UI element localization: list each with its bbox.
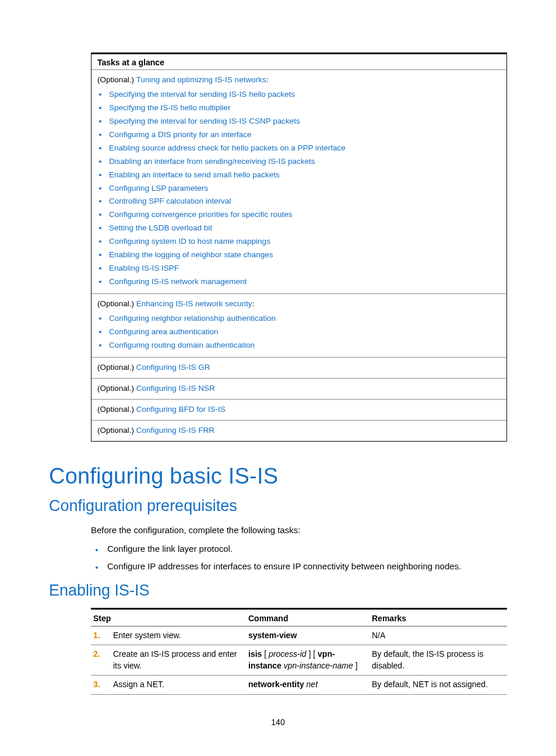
tasks-section-security: (Optional.) Enhancing IS-IS network secu… bbox=[92, 294, 506, 358]
remarks-text: By default, NET is not assigned. bbox=[370, 676, 507, 695]
colon: : bbox=[252, 299, 255, 308]
heading-enabling-isis: Enabling IS-IS bbox=[49, 582, 507, 600]
list-item: Configure the link layer protocol. bbox=[104, 542, 507, 556]
step-number: 3. bbox=[91, 676, 111, 695]
prereq-list: Configure the link layer protocol.Config… bbox=[104, 542, 507, 573]
list-item: Configuring convergence priorities for s… bbox=[108, 208, 501, 222]
step-number: 2. bbox=[91, 645, 111, 676]
list-item: Enabling the logging of neighbor state c… bbox=[108, 249, 501, 262]
page-number: 140 bbox=[0, 718, 556, 727]
prereq-body: Before the configuration, complete the f… bbox=[91, 523, 507, 573]
list-item: Enabling an interface to send small hell… bbox=[108, 169, 501, 182]
task-link[interactable]: Configuring IS-IS GR bbox=[136, 363, 210, 372]
tasks-section-single: (Optional.) Configuring IS-IS GR bbox=[92, 358, 506, 379]
list-item: Specifying the interval for sending IS-I… bbox=[108, 115, 501, 128]
tasks-section-single: (Optional.) Configuring BFD for IS-IS bbox=[92, 400, 506, 421]
prereq-intro: Before the configuration, complete the f… bbox=[91, 523, 507, 537]
optional-label: (Optional.) bbox=[97, 426, 136, 435]
list-item: Configuring routing domain authenticatio… bbox=[108, 339, 501, 352]
command-text: system-view bbox=[246, 626, 370, 645]
task-link[interactable]: Specifying the interval for sending IS-I… bbox=[109, 90, 295, 99]
table-row: 2.Create an IS-IS process and enter its … bbox=[91, 645, 507, 676]
list-item: Setting the LSDB overload bit bbox=[108, 222, 501, 235]
tasks-section-single: (Optional.) Configuring IS-IS NSR bbox=[92, 379, 506, 400]
list-item: Disabling an interface from sending/rece… bbox=[108, 155, 501, 169]
task-link[interactable]: Configuring neighbor relationship authen… bbox=[109, 314, 276, 323]
step-text: Enter system view. bbox=[111, 626, 246, 645]
table-row: 1.Enter system view.system-viewN/A bbox=[91, 626, 507, 645]
tuning-links-list: Specifying the interval for sending IS-I… bbox=[108, 88, 501, 289]
optional-label: (Optional.) bbox=[97, 75, 136, 84]
step-text: Create an IS-IS process and enter its vi… bbox=[111, 645, 246, 676]
list-item: Configuring system ID to host name mappi… bbox=[108, 235, 501, 249]
task-link[interactable]: Configuring IS-IS network management bbox=[109, 277, 247, 286]
optional-label: (Optional.) bbox=[97, 363, 136, 372]
list-item: Specifying the interval for sending IS-I… bbox=[108, 88, 501, 102]
task-link[interactable]: Configuring convergence priorities for s… bbox=[109, 210, 292, 219]
task-link[interactable]: Specifying the IS-IS hello multiplier bbox=[109, 103, 231, 112]
task-link[interactable]: Specifying the interval for sending IS-I… bbox=[109, 117, 300, 125]
task-link[interactable]: Configuring LSP parameters bbox=[109, 184, 208, 192]
list-item: Configure IP addresses for interfaces to… bbox=[104, 559, 507, 573]
col-command: Command bbox=[246, 608, 370, 626]
task-link[interactable]: Configuring BFD for IS-IS bbox=[136, 405, 226, 414]
command-text: isis [ process-id ] [ vpn-instance vpn-i… bbox=[246, 645, 370, 676]
task-link[interactable]: Configuring a DIS priority for an interf… bbox=[109, 130, 252, 139]
col-remarks: Remarks bbox=[370, 608, 507, 626]
link-enhancing-security[interactable]: Enhancing IS-IS network security bbox=[136, 299, 252, 308]
step-text: Assign a NET. bbox=[111, 676, 246, 695]
link-tuning-optimizing[interactable]: Tuning and optimizing IS-IS networks bbox=[136, 75, 266, 84]
list-item: Controlling SPF calculation interval bbox=[108, 195, 501, 208]
task-link[interactable]: Enabling IS-IS ISPF bbox=[109, 264, 179, 272]
list-item: Enabling IS-IS ISPF bbox=[108, 262, 501, 275]
optional-label: (Optional.) bbox=[97, 405, 136, 414]
list-item: Configuring area authentication bbox=[108, 326, 501, 339]
list-item: Enabling source address check for hello … bbox=[108, 142, 501, 155]
task-link[interactable]: Configuring IS-IS NSR bbox=[136, 384, 215, 393]
task-link[interactable]: Setting the LSDB overload bit bbox=[109, 223, 212, 232]
heading-configuring-basic-isis: Configuring basic IS-IS bbox=[49, 464, 507, 489]
list-item: Configuring a DIS priority for an interf… bbox=[108, 128, 501, 142]
step-number: 1. bbox=[91, 626, 111, 645]
security-links-list: Configuring neighbor relationship authen… bbox=[108, 312, 501, 352]
remarks-text: N/A bbox=[370, 626, 507, 645]
task-link[interactable]: Disabling an interface from sending/rece… bbox=[109, 157, 315, 166]
list-item: Configuring neighbor relationship authen… bbox=[108, 312, 501, 326]
colon: : bbox=[266, 75, 269, 84]
col-step: Step bbox=[91, 608, 246, 626]
optional-label: (Optional.) bbox=[97, 299, 136, 308]
tasks-section-tuning: (Optional.) Tuning and optimizing IS-IS … bbox=[92, 70, 506, 294]
tasks-header: Tasks at a glance bbox=[92, 54, 506, 70]
list-item: Configuring IS-IS network management bbox=[108, 275, 501, 289]
heading-configuration-prerequisites: Configuration prerequisites bbox=[49, 497, 507, 515]
task-link[interactable]: Enabling source address check for hello … bbox=[109, 144, 346, 152]
table-row: 3.Assign a NET.network-entity netBy defa… bbox=[91, 676, 507, 695]
task-link[interactable]: Configuring system ID to host name mappi… bbox=[109, 237, 270, 246]
remarks-text: By default, the IS-IS process is disable… bbox=[370, 645, 507, 676]
task-link[interactable]: Configuring routing domain authenticatio… bbox=[109, 341, 255, 349]
list-item: Configuring LSP parameters bbox=[108, 182, 501, 195]
task-link[interactable]: Enabling an interface to send small hell… bbox=[109, 170, 280, 179]
optional-label: (Optional.) bbox=[97, 384, 136, 393]
tasks-at-a-glance-box: Tasks at a glance (Optional.) Tuning and… bbox=[91, 52, 507, 442]
task-link[interactable]: Controlling SPF calculation interval bbox=[109, 197, 231, 205]
tasks-section-single: (Optional.) Configuring IS-IS FRR bbox=[92, 421, 506, 441]
enabling-isis-table: Step Command Remarks 1.Enter system view… bbox=[91, 608, 507, 695]
task-link[interactable]: Enabling the logging of neighbor state c… bbox=[109, 250, 273, 259]
task-link[interactable]: Configuring IS-IS FRR bbox=[136, 426, 214, 435]
list-item: Specifying the IS-IS hello multiplier bbox=[108, 102, 501, 115]
task-link[interactable]: Configuring area authentication bbox=[109, 327, 219, 336]
command-text: network-entity net bbox=[246, 676, 370, 695]
